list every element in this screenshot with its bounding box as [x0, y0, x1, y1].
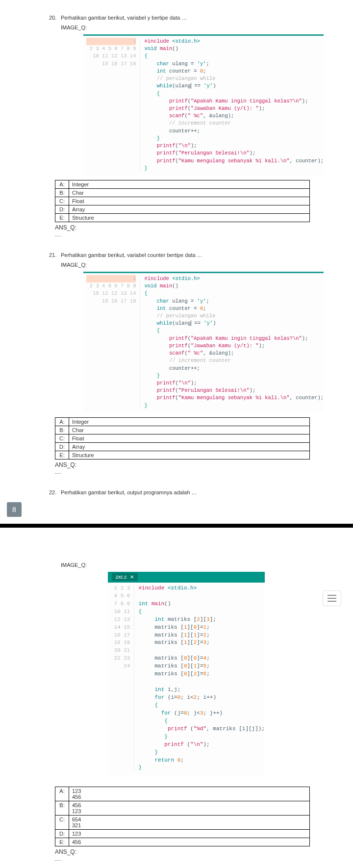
- hamburger-icon[interactable]: [323, 590, 341, 606]
- code-block-q20: 1 2 3 4 5 6 7 8 9 10 11 12 13 14 15 16 1…: [83, 34, 324, 175]
- table-row: E:Structure: [55, 451, 310, 459]
- code-gutter: 1 2 3 4 5 6 7 8 9 10 11 12 13 14 15 16 1…: [83, 38, 140, 172]
- question-20: 20. Perhatikan gambar berikut, variabel …: [49, 15, 324, 238]
- page-2: IMAGE_Q: zxc.c ✕ 1 2 3 4 5 6 7 8 9 10 11…: [0, 528, 353, 868]
- answer-label: C:: [55, 197, 69, 205]
- answer-text: Structure: [69, 213, 310, 222]
- answer-text: 123: [69, 830, 310, 838]
- answer-label: B:: [55, 188, 69, 197]
- code-tab[interactable]: zxc.c ✕: [112, 573, 138, 581]
- code-tab-bar: zxc.c ✕: [108, 572, 265, 583]
- question-text: Perhatikan gambar berikut, variabel y be…: [61, 15, 324, 21]
- answer-label: D:: [55, 830, 69, 838]
- answer-label: A:: [55, 787, 69, 801]
- answer-table-q22: A:123 456 B:456 123 C:654 321 D:123 E:45…: [55, 787, 310, 846]
- table-row: D:Array: [55, 205, 310, 213]
- code-gutter: 1 2 3 4 5 6 7 8 9 10 11 12 13 14 15 16 1…: [108, 585, 134, 772]
- answer-label: B:: [55, 426, 69, 434]
- table-row: B:Char: [55, 188, 310, 197]
- answer-text: Integer: [69, 180, 310, 188]
- page-number: 8: [7, 502, 22, 517]
- table-row: C:Float: [55, 434, 310, 442]
- dashes: ---: [55, 470, 324, 476]
- image-q-label: IMAGE_Q:: [61, 25, 324, 30]
- ans-q-label: ANS_Q:: [55, 461, 324, 468]
- answer-text: Array: [69, 205, 310, 213]
- table-row: B:456 123: [55, 801, 310, 816]
- question-text: Perhatikan gambar berikut, variabel coun…: [61, 252, 324, 258]
- answer-table-q20: A:Integer B:Char C:Float D:Array E:Struc…: [55, 180, 310, 222]
- ans-q-label: ANS_Q:: [55, 224, 324, 231]
- code-block-q22: zxc.c ✕ 1 2 3 4 5 6 7 8 9 10 11 12 13 14…: [108, 572, 265, 775]
- answer-label: E:: [55, 213, 69, 222]
- answer-label: A:: [55, 180, 69, 188]
- table-row: A:Integer: [55, 417, 310, 426]
- answer-text: 456: [69, 838, 310, 846]
- answer-table-q21: A:Integer B:Char C:Float D:Array E:Struc…: [55, 417, 310, 460]
- answer-label: B:: [55, 801, 69, 816]
- table-row: D:123: [55, 830, 310, 838]
- image-q-label: IMAGE_Q:: [61, 562, 324, 568]
- code-body: #include <stdio.h> int main() { int matr…: [134, 585, 265, 772]
- code-gutter: 1 2 3 4 5 6 7 8 9 10 11 12 13 14 15 16 1…: [83, 275, 140, 409]
- answer-label: E:: [55, 451, 69, 459]
- question-number: 20.: [49, 15, 61, 21]
- question-number: 22.: [49, 489, 61, 495]
- answer-text: 123 456: [69, 787, 310, 801]
- page-break: [0, 524, 353, 528]
- answer-label: C:: [55, 816, 69, 830]
- question-number: 21.: [49, 252, 61, 258]
- table-row: C:Float: [55, 197, 310, 205]
- table-row: C:654 321: [55, 816, 310, 830]
- table-row: A:123 456: [55, 787, 310, 801]
- close-icon[interactable]: ✕: [130, 574, 134, 580]
- ans-q-label: ANS_Q:: [55, 848, 324, 855]
- image-q-label: IMAGE_Q:: [61, 262, 324, 268]
- table-row: B:Char: [55, 426, 310, 434]
- answer-text: Array: [69, 442, 310, 451]
- answer-text: Structure: [69, 451, 310, 459]
- code-tab-label: zxc.c: [116, 574, 127, 580]
- answer-text: Float: [69, 197, 310, 205]
- answer-text: 456 123: [69, 801, 310, 816]
- answer-text: Float: [69, 434, 310, 442]
- answer-label: C:: [55, 434, 69, 442]
- dashes: ---: [55, 857, 324, 863]
- table-row: D:Array: [55, 442, 310, 451]
- answer-text: Integer: [69, 417, 310, 426]
- answer-label: D:: [55, 442, 69, 451]
- dashes: ---: [55, 233, 324, 238]
- answer-text: 654 321: [69, 816, 310, 830]
- answer-label: D:: [55, 205, 69, 213]
- table-row: A:Integer: [55, 180, 310, 188]
- answer-label: A:: [55, 417, 69, 426]
- answer-label: E:: [55, 838, 69, 846]
- code-block-q21: 1 2 3 4 5 6 7 8 9 10 11 12 13 14 15 16 1…: [83, 272, 324, 412]
- question-text: Perhatikan gambar berikut, output progra…: [61, 489, 324, 495]
- table-row: E:456: [55, 838, 310, 846]
- answer-text: Char: [69, 426, 310, 434]
- question-21: 21. Perhatikan gambar berikut, variabel …: [49, 252, 324, 476]
- table-row: E:Structure: [55, 213, 310, 222]
- code-body: #include <stdio.h> void main() { char ul…: [140, 38, 324, 172]
- question-22-header: 22. Perhatikan gambar berikut, output pr…: [49, 489, 324, 495]
- answer-text: Char: [69, 188, 310, 197]
- code-body: #include <stdio.h> void main() { char ul…: [140, 275, 324, 409]
- page-1: 20. Perhatikan gambar berikut, variabel …: [0, 0, 353, 524]
